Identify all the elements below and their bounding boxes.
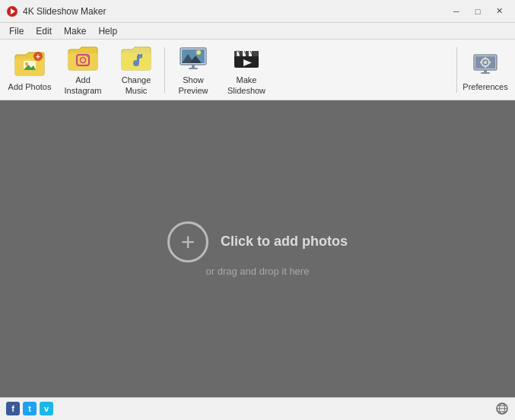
svg-rect-17 — [192, 65, 195, 68]
toolbar: + Add Photos Add Instagram — [0, 40, 515, 100]
menu-edit[interactable]: Edit — [30, 23, 58, 39]
twitter-icon[interactable]: t — [23, 402, 37, 415]
make-slideshow-button[interactable]: Make Slideshow — [220, 43, 273, 97]
svg-rect-33 — [485, 57, 486, 59]
title-bar: 4K Slideshow Maker ─ □ ✕ — [0, 0, 515, 23]
drop-zone: + Click to add photos or drag and drop i… — [167, 221, 348, 277]
add-photos-icon: + — [14, 47, 46, 79]
add-photos-label: Add Photos — [8, 82, 52, 92]
change-music-button[interactable]: Change Music — [110, 43, 163, 97]
drop-zone-inner: + Click to add photos — [167, 221, 348, 262]
plus-icon: + — [167, 221, 208, 262]
svg-point-10 — [135, 62, 138, 65]
add-instagram-icon — [67, 43, 99, 72]
make-slideshow-label: Make Slideshow — [223, 75, 270, 95]
social-icons: f t v — [6, 402, 53, 415]
add-instagram-button[interactable]: Add Instagram — [56, 43, 110, 97]
main-content-area[interactable]: + Click to add photos or drag and drop i… — [0, 100, 515, 397]
add-photos-prompt: Click to add photos — [221, 234, 348, 250]
svg-rect-23 — [243, 51, 246, 56]
svg-rect-24 — [249, 51, 252, 56]
change-music-label: Change Music — [113, 75, 160, 95]
drag-drop-hint: or drag and drop it here — [206, 266, 310, 277]
preferences-icon — [469, 47, 501, 79]
svg-rect-35 — [480, 62, 482, 63]
window-controls: ─ □ ✕ — [447, 4, 509, 19]
svg-text:+: + — [36, 52, 40, 61]
menu-make[interactable]: Make — [58, 23, 92, 39]
add-instagram-label: Add Instagram — [59, 75, 106, 95]
close-button[interactable]: ✕ — [489, 4, 509, 19]
preferences-button[interactable]: Preferences — [459, 43, 512, 97]
facebook-icon[interactable]: f — [6, 402, 20, 415]
show-preview-button[interactable]: Show Preview — [167, 43, 220, 97]
menu-file[interactable]: File — [3, 23, 30, 39]
minimize-button[interactable]: ─ — [447, 4, 466, 19]
add-photos-button[interactable]: + Add Photos — [3, 43, 56, 97]
svg-point-16 — [196, 50, 201, 55]
svg-rect-34 — [485, 65, 486, 68]
svg-rect-18 — [189, 68, 198, 69]
svg-point-9 — [87, 56, 88, 57]
status-bar: f t v — [0, 397, 515, 418]
change-music-icon — [120, 43, 152, 72]
svg-point-3 — [25, 62, 28, 65]
preferences-label: Preferences — [463, 82, 507, 92]
svg-point-32 — [484, 61, 487, 64]
maximize-button[interactable]: □ — [468, 4, 488, 19]
svg-rect-37 — [484, 70, 487, 72]
globe-icon[interactable] — [495, 402, 509, 415]
toolbar-divider-1 — [164, 47, 165, 93]
show-preview-icon — [177, 43, 209, 72]
show-preview-label: Show Preview — [170, 75, 217, 95]
svg-rect-38 — [481, 72, 490, 74]
menu-bar: File Edit Make Help — [0, 23, 515, 40]
svg-rect-21 — [237, 51, 240, 56]
app-icon — [6, 5, 18, 18]
toolbar-divider-2 — [456, 47, 457, 93]
window-title: 4K Slideshow Maker — [23, 6, 447, 17]
menu-help[interactable]: Help — [92, 23, 123, 39]
make-slideshow-icon — [230, 43, 262, 72]
vimeo-icon[interactable]: v — [40, 402, 53, 415]
svg-rect-36 — [488, 62, 491, 63]
